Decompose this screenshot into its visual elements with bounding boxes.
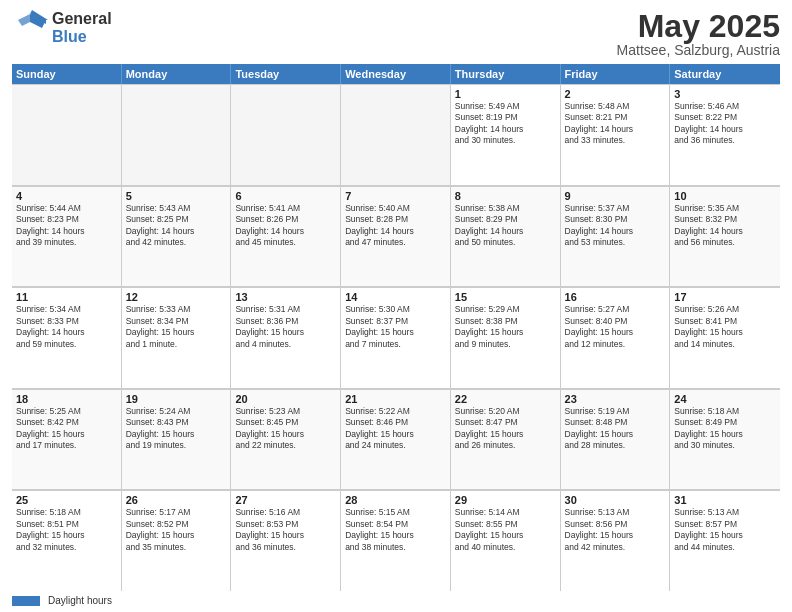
day-cell-26: 26Sunrise: 5:17 AM Sunset: 8:52 PM Dayli…	[122, 490, 232, 591]
day-info: Sunrise: 5:48 AM Sunset: 8:21 PM Dayligh…	[565, 101, 666, 147]
calendar-header: SundayMondayTuesdayWednesdayThursdayFrid…	[12, 64, 780, 84]
empty-cell	[341, 84, 451, 185]
day-cell-8: 8Sunrise: 5:38 AM Sunset: 8:29 PM Daylig…	[451, 186, 561, 287]
legend-label: Daylight hours	[48, 595, 112, 606]
day-info: Sunrise: 5:25 AM Sunset: 8:42 PM Dayligh…	[16, 406, 117, 452]
weekday-header-monday: Monday	[122, 64, 232, 84]
day-number: 16	[565, 291, 666, 303]
day-cell-16: 16Sunrise: 5:27 AM Sunset: 8:40 PM Dayli…	[561, 287, 671, 388]
calendar-row-5: 25Sunrise: 5:18 AM Sunset: 8:51 PM Dayli…	[12, 490, 780, 591]
day-number: 3	[674, 88, 776, 100]
logo-general: General	[52, 10, 112, 28]
day-info: Sunrise: 5:26 AM Sunset: 8:41 PM Dayligh…	[674, 304, 776, 350]
day-info: Sunrise: 5:44 AM Sunset: 8:23 PM Dayligh…	[16, 203, 117, 249]
calendar-row-2: 4Sunrise: 5:44 AM Sunset: 8:23 PM Daylig…	[12, 186, 780, 288]
day-info: Sunrise: 5:40 AM Sunset: 8:28 PM Dayligh…	[345, 203, 446, 249]
day-cell-11: 11Sunrise: 5:34 AM Sunset: 8:33 PM Dayli…	[12, 287, 122, 388]
day-number: 5	[126, 190, 227, 202]
logo: General Blue	[12, 10, 112, 46]
day-info: Sunrise: 5:13 AM Sunset: 8:57 PM Dayligh…	[674, 507, 776, 553]
day-cell-29: 29Sunrise: 5:14 AM Sunset: 8:55 PM Dayli…	[451, 490, 561, 591]
day-number: 21	[345, 393, 446, 405]
day-cell-23: 23Sunrise: 5:19 AM Sunset: 8:48 PM Dayli…	[561, 389, 671, 490]
day-cell-31: 31Sunrise: 5:13 AM Sunset: 8:57 PM Dayli…	[670, 490, 780, 591]
day-cell-13: 13Sunrise: 5:31 AM Sunset: 8:36 PM Dayli…	[231, 287, 341, 388]
day-cell-3: 3Sunrise: 5:46 AM Sunset: 8:22 PM Daylig…	[670, 84, 780, 185]
day-info: Sunrise: 5:22 AM Sunset: 8:46 PM Dayligh…	[345, 406, 446, 452]
day-number: 29	[455, 494, 556, 506]
day-number: 23	[565, 393, 666, 405]
day-number: 1	[455, 88, 556, 100]
day-number: 12	[126, 291, 227, 303]
day-info: Sunrise: 5:14 AM Sunset: 8:55 PM Dayligh…	[455, 507, 556, 553]
day-cell-24: 24Sunrise: 5:18 AM Sunset: 8:49 PM Dayli…	[670, 389, 780, 490]
day-info: Sunrise: 5:17 AM Sunset: 8:52 PM Dayligh…	[126, 507, 227, 553]
logo-icon	[12, 10, 48, 46]
day-info: Sunrise: 5:19 AM Sunset: 8:48 PM Dayligh…	[565, 406, 666, 452]
day-info: Sunrise: 5:29 AM Sunset: 8:38 PM Dayligh…	[455, 304, 556, 350]
day-info: Sunrise: 5:49 AM Sunset: 8:19 PM Dayligh…	[455, 101, 556, 147]
day-cell-30: 30Sunrise: 5:13 AM Sunset: 8:56 PM Dayli…	[561, 490, 671, 591]
day-number: 17	[674, 291, 776, 303]
calendar-body: 1Sunrise: 5:49 AM Sunset: 8:19 PM Daylig…	[12, 84, 780, 591]
day-cell-28: 28Sunrise: 5:15 AM Sunset: 8:54 PM Dayli…	[341, 490, 451, 591]
day-info: Sunrise: 5:31 AM Sunset: 8:36 PM Dayligh…	[235, 304, 336, 350]
day-number: 7	[345, 190, 446, 202]
day-cell-12: 12Sunrise: 5:33 AM Sunset: 8:34 PM Dayli…	[122, 287, 232, 388]
calendar-row-4: 18Sunrise: 5:25 AM Sunset: 8:42 PM Dayli…	[12, 389, 780, 491]
day-info: Sunrise: 5:18 AM Sunset: 8:49 PM Dayligh…	[674, 406, 776, 452]
day-number: 30	[565, 494, 666, 506]
day-number: 19	[126, 393, 227, 405]
day-info: Sunrise: 5:34 AM Sunset: 8:33 PM Dayligh…	[16, 304, 117, 350]
day-number: 26	[126, 494, 227, 506]
calendar-row-3: 11Sunrise: 5:34 AM Sunset: 8:33 PM Dayli…	[12, 287, 780, 389]
day-info: Sunrise: 5:24 AM Sunset: 8:43 PM Dayligh…	[126, 406, 227, 452]
day-cell-14: 14Sunrise: 5:30 AM Sunset: 8:37 PM Dayli…	[341, 287, 451, 388]
day-cell-5: 5Sunrise: 5:43 AM Sunset: 8:25 PM Daylig…	[122, 186, 232, 287]
day-info: Sunrise: 5:35 AM Sunset: 8:32 PM Dayligh…	[674, 203, 776, 249]
location-subtitle: Mattsee, Salzburg, Austria	[617, 42, 780, 58]
day-cell-7: 7Sunrise: 5:40 AM Sunset: 8:28 PM Daylig…	[341, 186, 451, 287]
day-number: 10	[674, 190, 776, 202]
day-number: 25	[16, 494, 117, 506]
day-cell-17: 17Sunrise: 5:26 AM Sunset: 8:41 PM Dayli…	[670, 287, 780, 388]
calendar-row-1: 1Sunrise: 5:49 AM Sunset: 8:19 PM Daylig…	[12, 84, 780, 186]
day-cell-6: 6Sunrise: 5:41 AM Sunset: 8:26 PM Daylig…	[231, 186, 341, 287]
day-info: Sunrise: 5:13 AM Sunset: 8:56 PM Dayligh…	[565, 507, 666, 553]
calendar: SundayMondayTuesdayWednesdayThursdayFrid…	[12, 64, 780, 591]
day-number: 28	[345, 494, 446, 506]
day-info: Sunrise: 5:41 AM Sunset: 8:26 PM Dayligh…	[235, 203, 336, 249]
day-number: 9	[565, 190, 666, 202]
day-info: Sunrise: 5:46 AM Sunset: 8:22 PM Dayligh…	[674, 101, 776, 147]
logo-blue: Blue	[52, 28, 112, 46]
day-number: 31	[674, 494, 776, 506]
day-cell-25: 25Sunrise: 5:18 AM Sunset: 8:51 PM Dayli…	[12, 490, 122, 591]
day-number: 8	[455, 190, 556, 202]
day-cell-18: 18Sunrise: 5:25 AM Sunset: 8:42 PM Dayli…	[12, 389, 122, 490]
day-cell-1: 1Sunrise: 5:49 AM Sunset: 8:19 PM Daylig…	[451, 84, 561, 185]
weekday-header-saturday: Saturday	[670, 64, 780, 84]
day-number: 2	[565, 88, 666, 100]
empty-cell	[231, 84, 341, 185]
day-info: Sunrise: 5:15 AM Sunset: 8:54 PM Dayligh…	[345, 507, 446, 553]
day-number: 15	[455, 291, 556, 303]
day-number: 4	[16, 190, 117, 202]
logo-text: General Blue	[52, 10, 112, 45]
day-cell-27: 27Sunrise: 5:16 AM Sunset: 8:53 PM Dayli…	[231, 490, 341, 591]
day-info: Sunrise: 5:27 AM Sunset: 8:40 PM Dayligh…	[565, 304, 666, 350]
day-cell-19: 19Sunrise: 5:24 AM Sunset: 8:43 PM Dayli…	[122, 389, 232, 490]
day-number: 22	[455, 393, 556, 405]
day-cell-9: 9Sunrise: 5:37 AM Sunset: 8:30 PM Daylig…	[561, 186, 671, 287]
weekday-header-sunday: Sunday	[12, 64, 122, 84]
day-number: 24	[674, 393, 776, 405]
day-number: 14	[345, 291, 446, 303]
day-number: 13	[235, 291, 336, 303]
empty-cell	[12, 84, 122, 185]
day-cell-20: 20Sunrise: 5:23 AM Sunset: 8:45 PM Dayli…	[231, 389, 341, 490]
day-cell-21: 21Sunrise: 5:22 AM Sunset: 8:46 PM Dayli…	[341, 389, 451, 490]
empty-cell	[122, 84, 232, 185]
day-cell-22: 22Sunrise: 5:20 AM Sunset: 8:47 PM Dayli…	[451, 389, 561, 490]
month-title: May 2025	[617, 10, 780, 42]
day-info: Sunrise: 5:30 AM Sunset: 8:37 PM Dayligh…	[345, 304, 446, 350]
weekday-header-tuesday: Tuesday	[231, 64, 341, 84]
